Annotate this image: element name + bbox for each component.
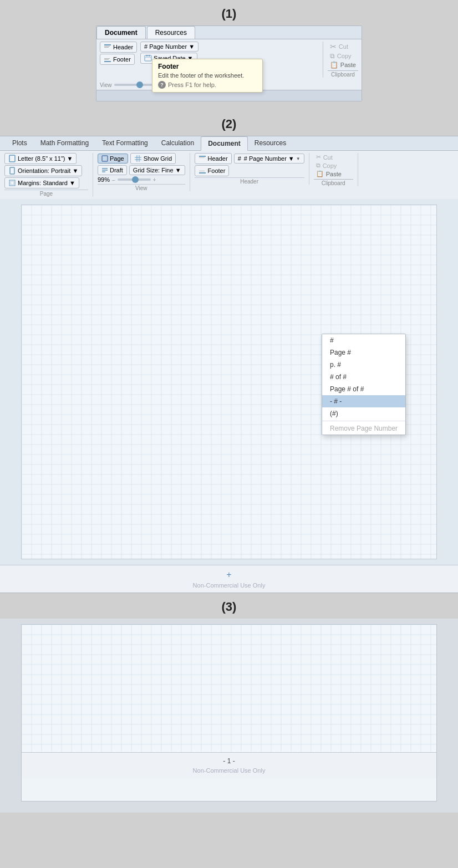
section1-panel: Document Resources Header Footer [96,25,362,101]
svg-rect-7 [146,55,147,57]
show-grid-btn[interactable]: Show Grid [130,153,176,164]
header-button-s1[interactable]: Header [100,42,137,53]
svg-rect-5 [104,61,111,62]
draft-btn[interactable]: Draft [98,165,127,175]
s3-footer: - 1 - Non-Commercial Use Only [22,752,436,778]
view-label-s1: View [100,82,112,88]
header-icon-s1 [104,43,111,51]
footer-area-s2: + Non-Commercial Use Only [0,565,458,593]
step2-label: (2) [0,110,458,136]
clipboard-group-s2: ✂ Cut ⧉ Copy 📋 Paste Clipboard [314,153,358,186]
footer-icon-s1 [104,55,111,63]
svg-rect-4 [104,59,109,60]
footer-icon-s2 [199,167,206,175]
s3-watermark: Non-Commercial Use Only [193,767,266,774]
section1-ribbon: Header Footer # Page Number ▼ [96,39,362,80]
svg-rect-1 [104,46,110,47]
copy-s2[interactable]: ⧉ Copy [314,161,353,170]
paper-size-btn[interactable]: Letter (8.5" x 11") ▼ [4,153,77,164]
header-icon-s2 [199,155,206,162]
paste-item-s1[interactable]: 📋 Paste [328,60,358,69]
tab-plots-s2[interactable]: Plots [6,136,34,150]
pnd-dash-hash-dash[interactable]: - # - [322,395,405,407]
tab-text-s2[interactable]: Text Formatting [95,136,155,150]
svg-rect-24 [199,172,206,173]
footer-plus-s2[interactable]: + [226,570,231,580]
zoom-plus-s2[interactable]: + [153,177,156,183]
copy-item-s1[interactable]: ⧉ Copy [328,52,358,60]
section2-panel: Plots Math Formatting Text Formatting Ca… [0,136,458,593]
orientation-btn[interactable]: Orientation: Portrait ▼ [4,165,82,176]
tooltip-description: Edit the footer of the worksheet. [158,72,257,79]
svg-rect-105 [22,625,436,752]
grid-size-btn[interactable]: Grid Size: Fine ▼ [129,165,185,175]
svg-rect-3 [104,58,110,59]
page-number-btn-s2[interactable]: # # Page Number ▼ ▼ [234,154,304,164]
svg-rect-25 [199,171,205,171]
clipboard-label-s2: Clipboard [314,179,353,186]
tab-calc-s2[interactable]: Calculation [155,136,201,150]
tab-resources-s2[interactable]: Resources [248,136,293,150]
zoom-slider-s2[interactable] [118,178,151,181]
footer-tooltip: Footer Edit the footer of the worksheet.… [152,59,263,93]
svg-rect-6 [145,55,151,61]
svg-rect-13 [11,181,14,185]
tab-document-s2[interactable]: Document [201,136,248,151]
svg-rect-9 [145,57,151,58]
header-btn-s2[interactable]: Header [195,153,232,164]
page-number-dropdown: # Page # p. # # of # Page # of # - # - (… [322,334,406,435]
svg-rect-10 [9,155,15,162]
svg-rect-8 [149,55,150,57]
page-number-dropdown-arrow: ▼ [296,156,301,161]
draft-icon [101,167,108,173]
pnd-separator [322,421,405,421]
orientation-icon [8,167,16,175]
tooltip-help: ? Press F1 for help. [158,81,257,89]
clipboard-label-s1: Clipboard [328,70,358,78]
pnd-page-hash-of-hash[interactable]: Page # of # [322,383,405,395]
page-view-icon [101,155,108,162]
help-icon: ? [158,81,166,89]
paper-icon [8,155,16,162]
svg-rect-11 [10,167,14,174]
step3-label: (3) [0,593,458,619]
page-view-btn[interactable]: Page [98,154,128,164]
margins-icon [8,179,16,187]
footer-btn-s2[interactable]: Footer [195,165,230,176]
pnd-page-hash[interactable]: Page # [322,346,405,359]
page-group-label: Page [4,190,88,197]
cut-s2[interactable]: ✂ Cut [314,153,353,161]
page-number-button-s1[interactable]: # Page Number ▼ [140,42,199,52]
clipboard-group-s1: ✂ Cut ⧉ Copy 📋 Paste Clipboard [323,42,358,78]
pnd-hash[interactable]: # [322,334,405,346]
cut-item-s1[interactable]: ✂ Cut [328,42,358,52]
tab-resources-s1[interactable]: Resources [147,26,195,39]
svg-rect-22 [199,156,206,157]
section1-tabs: Document Resources [96,26,362,39]
svg-rect-23 [199,157,205,158]
tab-math-s2[interactable]: Math Formatting [34,136,95,150]
view-group-label: View [98,184,185,191]
page-group-s2: Letter (8.5" x 11") ▼ Orientation: Portr… [4,153,93,197]
paste-s2[interactable]: 📋 Paste [314,170,353,178]
margins-btn[interactable]: Margins: Standard ▼ [4,177,79,188]
headerfooter-group-s2: Header # # Page Number ▼ ▼ Footer Header [195,153,309,185]
tab-document-s1[interactable]: Document [96,26,146,39]
grid-svg-s3 [22,625,436,752]
svg-rect-2 [104,47,109,48]
footer-button-s1[interactable]: Footer [100,54,135,65]
page-number-display: - 1 - [223,757,235,765]
header-group-label: Header [195,177,304,185]
s3-grid-container [22,625,436,752]
section3: - 1 - Non-Commercial Use Only [0,619,458,813]
section2-tabs: Plots Math Formatting Text Formatting Ca… [0,136,458,151]
pnd-hash-of-hash[interactable]: # of # [322,371,405,383]
pnd-p-hash[interactable]: p. # [322,359,405,371]
zoom-minus-s2[interactable]: – [112,177,115,183]
calendar-icon-s1 [144,54,152,62]
pnd-paren-hash[interactable]: (#) [322,407,405,420]
step1-label: (1) [0,0,458,25]
pnd-remove[interactable]: Remove Page Number [322,422,405,435]
tooltip-title: Footer [158,63,257,70]
grid-icon [134,155,142,162]
